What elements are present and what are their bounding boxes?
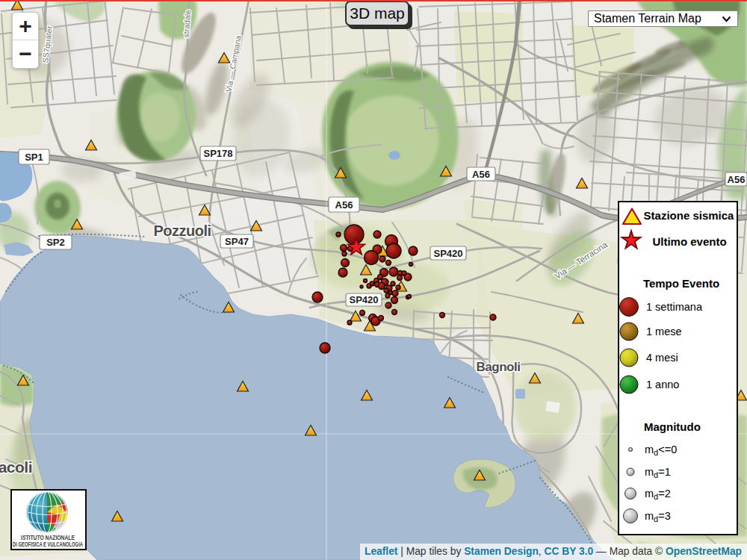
svg-text:md=3: md=3 (645, 510, 671, 523)
svg-text:md<=0: md<=0 (645, 444, 677, 457)
svg-text:SP420: SP420 (433, 248, 462, 259)
svg-text:1 settimana: 1 settimana (646, 301, 703, 313)
svg-text:SP420: SP420 (349, 294, 378, 305)
svg-text:SP47: SP47 (225, 236, 249, 247)
svg-text:A56: A56 (335, 199, 353, 211)
svg-text:Tempo Evento: Tempo Evento (643, 277, 719, 290)
svg-text:Ultimo evento: Ultimo evento (652, 235, 726, 248)
svg-text:4 mesi: 4 mesi (646, 352, 678, 364)
svg-text:A56: A56 (728, 174, 746, 185)
svg-text:SP178: SP178 (203, 148, 232, 159)
svg-text:md=1: md=1 (645, 466, 671, 479)
svg-text:A56: A56 (472, 169, 490, 180)
svg-text:Bagnoli: Bagnoli (477, 360, 521, 374)
svg-text:Stazione sismica: Stazione sismica (644, 209, 735, 222)
svg-text:1 anno: 1 anno (646, 379, 679, 391)
svg-text:DI GEOFISICA E VULCANOLOGIA: DI GEOFISICA E VULCANOLOGIA (13, 541, 83, 548)
svg-text:Bacoli: Bacoli (0, 458, 32, 476)
svg-text:md=2: md=2 (645, 488, 671, 501)
svg-text:1 mese: 1 mese (646, 326, 682, 337)
svg-text:Magnitudo: Magnitudo (644, 420, 701, 433)
svg-text:SP1: SP1 (25, 152, 43, 163)
svg-text:Pozzuoli: Pozzuoli (153, 223, 211, 239)
svg-text:SP2: SP2 (46, 237, 65, 248)
